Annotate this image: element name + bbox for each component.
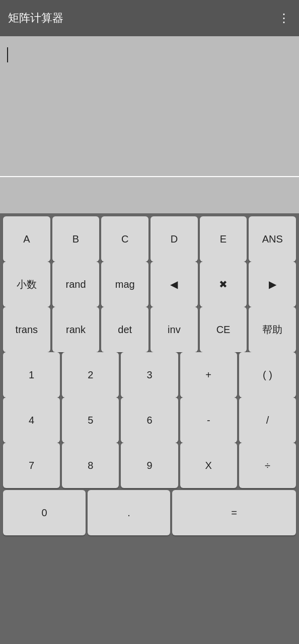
key-help[interactable]: 帮助: [249, 307, 296, 352]
keyboard-row: transrankdetinvCE帮助: [3, 307, 296, 352]
key-mag[interactable]: mag: [101, 262, 148, 307]
key-ans[interactable]: ANS: [249, 216, 296, 262]
key-9[interactable]: 9: [121, 443, 178, 488]
key-d[interactable]: D: [151, 216, 198, 262]
key-dot[interactable]: .: [88, 490, 170, 535]
key-delete[interactable]: ✖: [200, 262, 247, 307]
key-7[interactable]: 7: [3, 443, 60, 488]
keyboard-row: 456-/: [3, 397, 296, 443]
key-trans[interactable]: trans: [3, 307, 50, 352]
key-decimal[interactable]: 小数: [3, 262, 50, 307]
keyboard-row: ABCDEANS: [3, 216, 296, 262]
key-ce[interactable]: CE: [200, 307, 247, 352]
key-4[interactable]: 4: [3, 397, 60, 443]
keyboard-row: 123+( ): [3, 352, 296, 397]
key-inv[interactable]: inv: [151, 307, 198, 352]
key-divide[interactable]: ÷: [239, 443, 296, 488]
key-left-arrow[interactable]: ◀: [151, 262, 198, 307]
key-b[interactable]: B: [52, 216, 100, 262]
key-rand[interactable]: rand: [52, 262, 100, 307]
key-plus[interactable]: +: [180, 352, 237, 397]
result-display: [0, 177, 299, 213]
key-det[interactable]: det: [101, 307, 148, 352]
keyboard: ABCDEANS小数randmag◀✖▶transrankdetinvCE帮助1…: [0, 213, 299, 538]
keyboard-bottom-row: 0 . =: [3, 490, 296, 535]
key-8[interactable]: 8: [62, 443, 119, 488]
footer: [0, 538, 299, 644]
display-section: [0, 36, 299, 213]
key-divide-slash[interactable]: /: [239, 397, 296, 443]
topbar: 矩阵计算器 ⋮: [0, 0, 299, 36]
key-minus[interactable]: -: [180, 397, 237, 443]
menu-icon[interactable]: ⋮: [278, 11, 291, 25]
input-display[interactable]: [0, 36, 299, 177]
key-1[interactable]: 1: [3, 352, 60, 397]
key-3[interactable]: 3: [121, 352, 178, 397]
key-c[interactable]: C: [101, 216, 148, 262]
key-paren[interactable]: ( ): [239, 352, 296, 397]
key-0[interactable]: 0: [3, 490, 86, 535]
app-title: 矩阵计算器: [8, 11, 63, 26]
key-6[interactable]: 6: [121, 397, 178, 443]
key-right-arrow[interactable]: ▶: [249, 262, 296, 307]
key-5[interactable]: 5: [62, 397, 119, 443]
key-rank[interactable]: rank: [52, 307, 100, 352]
key-e[interactable]: E: [200, 216, 247, 262]
key-equals[interactable]: =: [172, 490, 296, 535]
key-2[interactable]: 2: [62, 352, 119, 397]
key-a[interactable]: A: [3, 216, 50, 262]
keyboard-row: 小数randmag◀✖▶: [3, 262, 296, 307]
key-multiply[interactable]: X: [180, 443, 237, 488]
keyboard-row: 789X÷: [3, 443, 296, 488]
text-cursor: [7, 47, 8, 62]
